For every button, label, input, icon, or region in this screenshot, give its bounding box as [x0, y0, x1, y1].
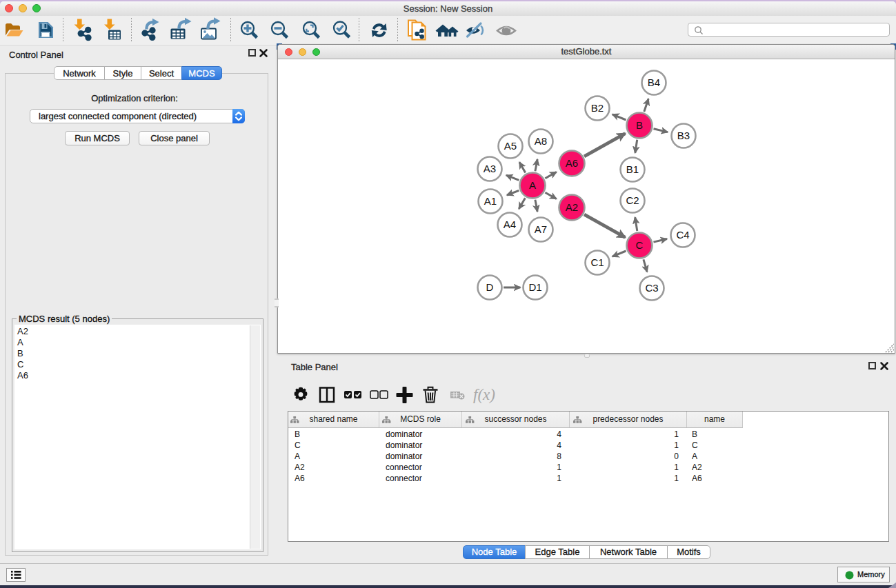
svg-text:A: A: [529, 179, 536, 191]
svg-text:C3: C3: [645, 282, 658, 294]
svg-text:C1: C1: [590, 256, 604, 268]
svg-text:f(x): f(x): [473, 386, 495, 403]
svg-text:C4: C4: [676, 229, 689, 241]
svg-text:A8: A8: [535, 135, 547, 147]
svg-text:C: C: [636, 239, 644, 251]
svg-text:A2: A2: [566, 201, 578, 213]
svg-text:D: D: [486, 281, 494, 293]
svg-text:B2: B2: [591, 102, 604, 114]
svg-text:B4: B4: [648, 77, 660, 88]
svg-text:C2: C2: [626, 194, 639, 206]
svg-text:A7: A7: [535, 223, 547, 235]
svg-text:A3: A3: [484, 163, 496, 174]
svg-text:A1: A1: [484, 195, 497, 207]
svg-text:B1: B1: [626, 163, 639, 175]
svg-text:B3: B3: [677, 130, 690, 141]
svg-text:A4: A4: [504, 219, 516, 230]
svg-text:A5: A5: [504, 140, 517, 152]
svg-text:A6: A6: [566, 157, 578, 169]
svg-text:B: B: [636, 119, 643, 131]
svg-text:D1: D1: [528, 281, 541, 293]
